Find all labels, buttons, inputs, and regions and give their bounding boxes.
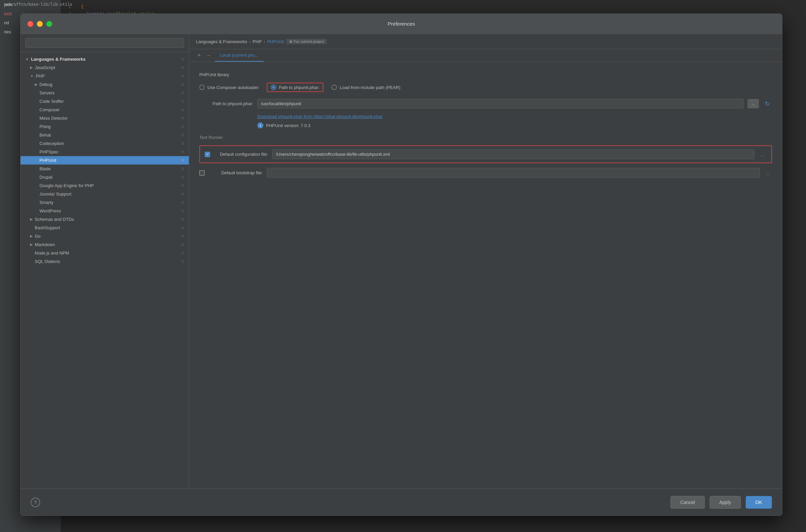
tree-item-composer[interactable]: ▶ Composer ⊞ bbox=[21, 106, 189, 114]
tree-label: Blade bbox=[39, 166, 51, 171]
tree-item-blade[interactable]: ▶ Blade ⊞ bbox=[21, 165, 189, 173]
path-field-input[interactable] bbox=[257, 99, 744, 109]
left-panel: ▼ Languages & Frameworks ⊞ ▶ JavaScript … bbox=[21, 34, 189, 489]
expand-icon: ▶ bbox=[30, 242, 33, 247]
tree-item-behat[interactable]: ▶ Behat ⊞ bbox=[21, 131, 189, 139]
default-bootstrap-checkbox[interactable] bbox=[199, 170, 205, 176]
tree-item-debug[interactable]: ▶ Debug ⊞ bbox=[21, 80, 189, 89]
minimize-button[interactable] bbox=[37, 21, 43, 27]
tree-item-smarty[interactable]: ▶ Smarty ⊞ bbox=[21, 198, 189, 207]
dialog-titlebar: Preferences bbox=[21, 14, 782, 34]
radio-circle-include bbox=[332, 84, 337, 90]
tree-item-javascript[interactable]: ▶ JavaScript ⊞ bbox=[21, 63, 189, 72]
library-section-label: PHPUnit library bbox=[199, 72, 772, 77]
tree-item-sql-dialects[interactable]: ▶ SQL Dialects ⊞ bbox=[21, 257, 189, 266]
tree-item-schemas-dtds[interactable]: ▶ Schemas and DTDs ⊞ bbox=[21, 215, 189, 224]
radio-composer[interactable]: Use Composer autoloader bbox=[199, 84, 259, 90]
breadcrumb-part3: PHPUnit bbox=[267, 39, 284, 44]
tree-label: JavaScript bbox=[35, 65, 55, 70]
tree-item-php[interactable]: ▼ PHP ⊞ bbox=[21, 72, 189, 80]
path-refresh-button[interactable]: ↻ bbox=[763, 100, 772, 108]
copy-icon: ⊞ bbox=[181, 116, 184, 120]
default-bootstrap-browse-button[interactable]: ... bbox=[764, 170, 772, 176]
ok-button[interactable]: OK bbox=[746, 496, 772, 509]
dialog-footer: ? Cancel Apply OK bbox=[21, 489, 782, 515]
copy-icon: ⊞ bbox=[181, 192, 184, 196]
copy-icon: ⊞ bbox=[181, 65, 184, 70]
right-panel: Languages & Frameworks › PHP › PHPUnit 🖥… bbox=[189, 34, 782, 489]
path-browse-button[interactable]: ... bbox=[748, 99, 759, 108]
tab-local[interactable]: Local (current pro... bbox=[215, 49, 264, 62]
tree-item-go[interactable]: ▶ Go ⊞ bbox=[21, 232, 189, 240]
tree-item-joomla-support[interactable]: ▶ Joomla! Support ⊞ bbox=[21, 190, 189, 198]
cancel-button[interactable]: Cancel bbox=[671, 496, 705, 509]
help-button[interactable]: ? bbox=[31, 498, 40, 507]
tree-label: Servers bbox=[39, 90, 55, 95]
copy-icon: ⊞ bbox=[181, 150, 184, 154]
tree-label: WordPress bbox=[39, 208, 61, 213]
default-bootstrap-input[interactable] bbox=[267, 168, 760, 178]
tree-label: PHPUnit bbox=[39, 158, 56, 163]
tree-label: BashSupport bbox=[35, 225, 60, 230]
tab-remove-button[interactable]: − bbox=[206, 50, 211, 61]
default-config-checkbox[interactable] bbox=[205, 152, 210, 157]
close-button[interactable] bbox=[27, 21, 33, 27]
tree-item-mess-detector[interactable]: ▶ Mess Detector ⊞ bbox=[21, 114, 189, 122]
project-badge: 🖥 For current project bbox=[286, 39, 327, 44]
expand-icon: ▶ bbox=[30, 217, 33, 222]
tree-item-phpspec[interactable]: ▶ PHPSpec ⊞ bbox=[21, 148, 189, 156]
breadcrumb-sep2: › bbox=[264, 39, 265, 44]
tree-item-code-sniffer[interactable]: ▶ Code Sniffer ⊞ bbox=[21, 97, 189, 106]
radio-include[interactable]: Load from include path (PEAR) bbox=[332, 84, 400, 90]
tree-item-wordpress[interactable]: ▶ WordPress ⊞ bbox=[21, 207, 189, 215]
tree-item-languages-frameworks[interactable]: ▼ Languages & Frameworks ⊞ bbox=[21, 55, 189, 63]
tree-item-drupal[interactable]: ▶ Drupal ⊞ bbox=[21, 173, 189, 182]
tree-label: Composer bbox=[39, 107, 60, 112]
tree-label: Google App Engine for PHP bbox=[39, 183, 94, 188]
breadcrumb: Languages & Frameworks › PHP › PHPUnit 🖥… bbox=[189, 34, 782, 49]
tree-item-phpunit[interactable]: ▶ PHPUnit ⊞ bbox=[21, 156, 189, 165]
apply-button[interactable]: Apply bbox=[710, 496, 741, 509]
tree-item-google-app-engine[interactable]: ▶ Google App Engine for PHP ⊞ bbox=[21, 182, 189, 190]
copy-icon: ⊞ bbox=[181, 141, 184, 146]
tree-item-bash-support[interactable]: ▶ BashSupport ⊞ bbox=[21, 224, 189, 232]
breadcrumb-sep1: › bbox=[249, 39, 250, 44]
tree-label: Go bbox=[35, 234, 40, 239]
path-field-label: Path to phpunit.phar: bbox=[199, 101, 253, 106]
version-info-text: PHPUnit version: 7.0.3 bbox=[266, 123, 311, 128]
info-icon: i bbox=[257, 122, 263, 129]
tree-label: Mess Detector bbox=[39, 116, 68, 121]
default-config-browse-button[interactable]: ... bbox=[758, 152, 767, 157]
search-input[interactable] bbox=[25, 38, 184, 48]
copy-icon: ⊞ bbox=[181, 99, 184, 103]
tree-label: PHP bbox=[36, 74, 45, 79]
expand-icon: ▼ bbox=[30, 74, 34, 78]
copy-icon: ⊞ bbox=[181, 184, 184, 188]
download-link[interactable]: Download phpunit.phar from https://phar.… bbox=[257, 114, 382, 119]
tree-label: Debug bbox=[39, 82, 52, 87]
copy-icon: ⊞ bbox=[181, 57, 184, 61]
dialog-title: Preferences bbox=[388, 21, 415, 26]
content-area: PHPUnit library Use Composer autoloader … bbox=[189, 62, 782, 489]
copy-icon: ⊞ bbox=[181, 234, 184, 239]
breadcrumb-part2: PHP bbox=[252, 39, 262, 44]
tree-item-servers[interactable]: ▶ Servers ⊞ bbox=[21, 89, 189, 97]
tab-add-button[interactable]: + bbox=[196, 49, 202, 62]
tree-label: Smarty bbox=[39, 200, 53, 205]
expand-icon: ▼ bbox=[25, 57, 29, 61]
copy-icon: ⊞ bbox=[181, 82, 184, 87]
radio-path[interactable]: Path to phpunit.phar: bbox=[267, 82, 324, 92]
copy-icon: ⊞ bbox=[181, 175, 184, 179]
breadcrumb-part1: Languages & Frameworks bbox=[196, 39, 247, 44]
tree-item-codeception[interactable]: ▶ Codeception ⊞ bbox=[21, 139, 189, 148]
default-config-input[interactable] bbox=[272, 149, 754, 159]
tree-container: ▼ Languages & Frameworks ⊞ ▶ JavaScript … bbox=[21, 52, 189, 489]
tree-item-phing[interactable]: ▶ Phing ⊞ bbox=[21, 122, 189, 131]
copy-icon: ⊞ bbox=[181, 108, 184, 112]
tree-label: Schemas and DTDs bbox=[35, 217, 74, 222]
search-box bbox=[21, 34, 189, 52]
tree-item-markdown[interactable]: ▶ Markdown ⊞ bbox=[21, 240, 189, 249]
maximize-button[interactable] bbox=[46, 21, 52, 27]
tree-label: SQL Dialects bbox=[35, 259, 60, 264]
tree-item-nodejs-npm[interactable]: ▶ Node.js and NPM ⊞ bbox=[21, 249, 189, 257]
